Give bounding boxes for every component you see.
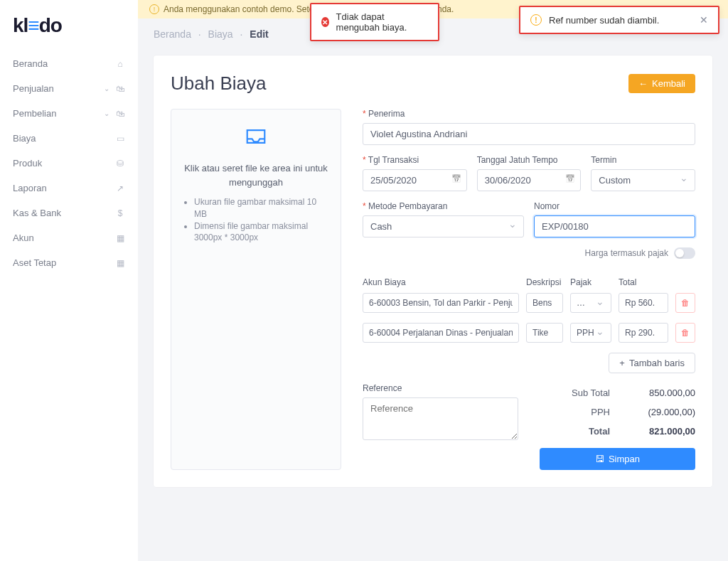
nav-icon: ↗ bbox=[115, 183, 125, 193]
form-card: Ubah Biaya ← Kembali Klik atau seret fil… bbox=[154, 55, 712, 487]
nav-icon: 🛍 bbox=[115, 109, 125, 119]
expense-line: 🗑 bbox=[363, 323, 695, 343]
upload-area[interactable]: Klik atau seret file ke area ini untuk m… bbox=[171, 109, 341, 470]
warning-icon: ! bbox=[530, 14, 542, 26]
sidebar-item-label: Akun bbox=[13, 233, 115, 243]
reference-label: Reference bbox=[363, 383, 518, 393]
add-row-button[interactable]: + Tambah baris bbox=[609, 353, 695, 373]
close-icon[interactable]: ✕ bbox=[700, 14, 708, 26]
nav-icon: ⛁ bbox=[115, 159, 125, 169]
sidebar-item-label: Penjualan bbox=[13, 83, 104, 94]
sidebar-item-label: Beranda bbox=[13, 58, 115, 69]
termin-select[interactable] bbox=[591, 169, 695, 191]
jatuh-tempo-label: Tanggal Jatuh Tempo bbox=[477, 155, 582, 165]
tax-toggle-label: Harga termasuk pajak bbox=[585, 248, 668, 258]
sidebar-item-produk[interactable]: Produk⛁ bbox=[0, 151, 138, 176]
delete-line-button[interactable]: 🗑 bbox=[675, 323, 695, 343]
logo: kl≡do bbox=[0, 14, 138, 51]
sidebar-item-pembelian[interactable]: Pembelian⌄🛍 bbox=[0, 101, 138, 126]
delete-line-button[interactable]: 🗑 bbox=[675, 293, 695, 313]
error-icon: ✕ bbox=[321, 17, 329, 27]
pph-label: PPH bbox=[540, 407, 610, 417]
trash-icon: 🗑 bbox=[681, 328, 690, 338]
col-pajak: Pajak bbox=[570, 277, 611, 287]
sidebar-item-aset-tetap[interactable]: Aset Tetap▦ bbox=[0, 250, 138, 275]
warning-alert-text: Ref number sudah diambil. bbox=[549, 15, 659, 26]
trash-icon: 🗑 bbox=[681, 298, 690, 308]
line-deskripsi-input[interactable] bbox=[526, 293, 563, 313]
line-pajak-select[interactable] bbox=[570, 323, 611, 343]
total-value: 821.000,00 bbox=[610, 426, 695, 437]
info-icon: ! bbox=[149, 4, 159, 14]
sidebar-item-kas-bank[interactable]: Kas & Bank$ bbox=[0, 201, 138, 225]
nav-icon: ⌂ bbox=[115, 59, 125, 69]
save-button[interactable]: 🖫 Simpan bbox=[540, 448, 695, 470]
expense-line: 🗑 bbox=[363, 293, 695, 313]
sidebar-item-label: Biaya bbox=[13, 133, 115, 144]
upload-hint: Dimensi file gambar maksimal 3000px * 30… bbox=[194, 220, 329, 245]
metode-select[interactable] bbox=[363, 215, 524, 237]
total-label: Total bbox=[540, 426, 610, 437]
nav-icon: ▦ bbox=[115, 233, 125, 243]
main: ! Anda menggunakan contoh demo. Setelah … bbox=[138, 0, 728, 561]
col-akun: Akun Biaya bbox=[363, 277, 519, 287]
inbox-icon bbox=[183, 127, 329, 154]
nav-icon: $ bbox=[115, 208, 125, 218]
line-akun-select[interactable] bbox=[363, 293, 519, 313]
plus-icon: + bbox=[619, 358, 625, 368]
sidebar-item-label: Aset Tetap bbox=[13, 257, 115, 268]
breadcrumb-parent[interactable]: Biaya bbox=[208, 28, 233, 40]
line-total-input[interactable] bbox=[619, 323, 668, 343]
back-button[interactable]: ← Kembali bbox=[628, 74, 695, 93]
arrow-left-icon: ← bbox=[638, 78, 648, 89]
breadcrumb-home[interactable]: Beranda bbox=[154, 28, 191, 40]
jatuh-tempo-input[interactable] bbox=[477, 169, 582, 191]
subtotal-value: 850.000,00 bbox=[610, 388, 695, 398]
pph-value: (29.000,00) bbox=[610, 407, 695, 417]
sidebar-item-label: Pembelian bbox=[13, 108, 104, 119]
nav-icon: ▦ bbox=[115, 258, 125, 268]
termin-label: Termin bbox=[591, 155, 695, 165]
sidebar-item-laporan[interactable]: Laporan↗ bbox=[0, 176, 138, 201]
chevron-down-icon: ⌄ bbox=[104, 85, 109, 92]
error-alert-text: Tdiak dapat mengubah biaya. bbox=[336, 11, 428, 33]
sidebar-item-label: Produk bbox=[13, 158, 115, 169]
sidebar: kl≡do Beranda⌂Penjualan⌄🛍Pembelian⌄🛍Biay… bbox=[0, 0, 138, 561]
save-icon: 🖫 bbox=[595, 454, 604, 464]
breadcrumb-current: Edit bbox=[250, 28, 268, 40]
col-deskripsi: Deskripsi bbox=[526, 277, 563, 287]
line-pajak-select[interactable] bbox=[570, 293, 611, 313]
page-title: Ubah Biaya bbox=[171, 73, 266, 95]
sidebar-item-penjualan[interactable]: Penjualan⌄🛍 bbox=[0, 76, 138, 101]
line-total-input[interactable] bbox=[619, 293, 668, 313]
reference-textarea[interactable] bbox=[363, 397, 518, 440]
sidebar-item-akun[interactable]: Akun▦ bbox=[0, 225, 138, 250]
tgl-transaksi-input[interactable] bbox=[363, 169, 467, 191]
tgl-transaksi-label: Tgl Transaksi bbox=[363, 155, 467, 165]
nav-icon: ▭ bbox=[115, 134, 125, 144]
error-alert: ✕ Tdiak dapat mengubah biaya. bbox=[310, 3, 439, 41]
nomor-input[interactable] bbox=[534, 215, 695, 237]
sidebar-item-label: Kas & Bank bbox=[13, 208, 115, 218]
penerima-label: Penerima bbox=[363, 109, 695, 119]
upload-hint: Ukuran file gambar maksimal 10 MB bbox=[194, 196, 329, 220]
chevron-down-icon: ⌄ bbox=[104, 109, 109, 117]
col-total: Total bbox=[619, 277, 668, 287]
upload-title: Klik atau seret file ke area ini untuk m… bbox=[183, 161, 329, 189]
warning-alert: ! Ref number sudah diambil. ✕ bbox=[519, 6, 719, 34]
sidebar-item-label: Laporan bbox=[13, 183, 115, 193]
line-akun-select[interactable] bbox=[363, 323, 519, 343]
penerima-input[interactable] bbox=[363, 123, 695, 145]
line-deskripsi-input[interactable] bbox=[526, 323, 563, 343]
nav-icon: 🛍 bbox=[115, 84, 125, 94]
metode-label: Metode Pembayaran bbox=[363, 201, 524, 211]
sidebar-item-biaya[interactable]: Biaya▭ bbox=[0, 126, 138, 151]
nomor-label: Nomor bbox=[534, 201, 695, 211]
tax-toggle[interactable] bbox=[674, 247, 695, 259]
sidebar-item-beranda[interactable]: Beranda⌂ bbox=[0, 51, 138, 76]
subtotal-label: Sub Total bbox=[540, 388, 610, 398]
